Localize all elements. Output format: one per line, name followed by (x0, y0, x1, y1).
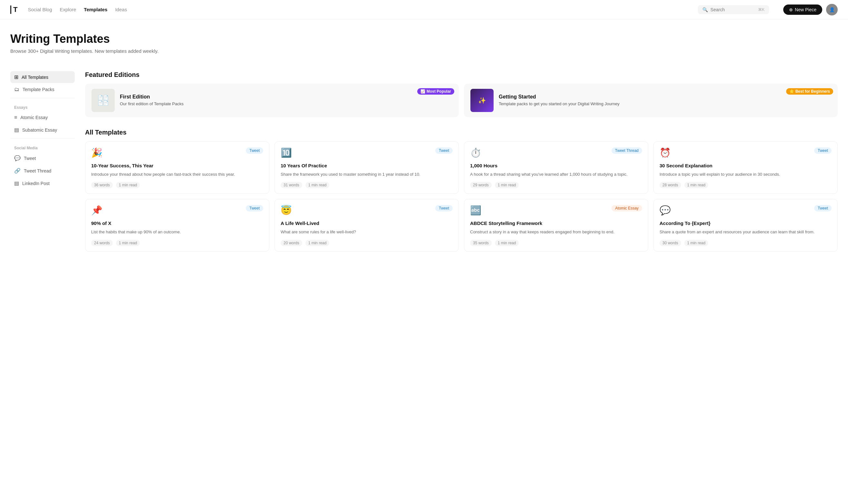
new-piece-button[interactable]: ⊕ New Piece (783, 4, 822, 15)
sidebar-item-all-templates[interactable]: ⊞ All Templates (10, 71, 75, 83)
sidebar-item-atomic-essay[interactable]: ≡ Atomic Essay (10, 112, 75, 123)
linkedin-icon: ▤ (14, 180, 19, 186)
sidebar-label-template-packs: Template Packs (22, 87, 54, 92)
featured-content-1: First Edition Our first edition of Templ… (120, 94, 452, 107)
featured-badge-popular: 📈 Most Popular (417, 88, 454, 95)
sidebar-section-social: Social Media (10, 141, 75, 152)
nav-social-blog[interactable]: Social Blog (28, 7, 52, 12)
template-card-header-2: ⏱️ Tweet Thread (470, 147, 642, 158)
template-desc-2: A hook for a thread sharing what you've … (470, 172, 642, 178)
templates-grid: 🎉 Tweet 10-Year Success, This Year Intro… (85, 141, 838, 252)
featured-desc-1: Our first edition of Template Packs (120, 101, 452, 107)
template-card-4[interactable]: 📌 Tweet 90% of X List the habits that ma… (85, 199, 269, 251)
template-emoji-0: 🎉 (91, 147, 102, 158)
template-card-0[interactable]: 🎉 Tweet 10-Year Success, This Year Intro… (85, 141, 269, 194)
template-meta-7: 30 words 1 min read (659, 240, 832, 246)
template-name-3: 30 Second Explanation (659, 163, 832, 169)
sidebar-item-linkedin[interactable]: ▤ LinkedIn Post (10, 177, 75, 189)
template-read-1: 1 min read (306, 182, 330, 188)
sidebar-divider-1 (10, 98, 75, 98)
template-type-4: Tweet (246, 205, 263, 212)
template-card-5[interactable]: 😇 Tweet A Life Well-Lived What are some … (275, 199, 459, 251)
template-emoji-6: 🔤 (470, 205, 481, 216)
nav-ideas[interactable]: Ideas (115, 7, 127, 12)
template-card-header-6: 🔤 Atomic Essay (470, 205, 642, 216)
search-icon: 🔍 (703, 7, 708, 12)
template-card-1[interactable]: 🔟 Tweet 10 Years Of Practice Share the f… (275, 141, 459, 194)
search-bar[interactable]: 🔍 ⌘K (698, 5, 769, 14)
template-emoji-3: ⏰ (659, 147, 671, 158)
sidebar-item-tweet-thread[interactable]: 🔗 Tweet Thread (10, 165, 75, 177)
featured-card-first-edition[interactable]: 📄📄📄📄 First Edition Our first edition of … (85, 84, 459, 117)
avatar[interactable]: 👤 (826, 4, 838, 15)
template-type-5: Tweet (435, 205, 453, 212)
sidebar-item-subatomic-essay[interactable]: ▤ Subatomic Essay (10, 124, 75, 136)
template-card-header-1: 🔟 Tweet (281, 147, 453, 158)
trending-icon: 📈 (420, 89, 425, 94)
template-read-0: 1 min read (116, 182, 140, 188)
template-card-3[interactable]: ⏰ Tweet 30 Second Explanation Introduce … (653, 141, 838, 194)
template-read-3: 1 min read (684, 182, 709, 188)
grid-icon: ⊞ (14, 74, 18, 80)
template-read-7: 1 min read (684, 240, 709, 246)
sidebar-item-template-packs[interactable]: 🗂 Template Packs (10, 84, 75, 95)
page-title: Writing Templates (10, 32, 838, 46)
logo[interactable]: T (10, 5, 17, 14)
template-desc-4: List the habits that make up 90% of an o… (91, 229, 263, 235)
sidebar: ⊞ All Templates 🗂 Template Packs Essays … (10, 64, 75, 259)
template-type-7: Tweet (814, 205, 832, 212)
featured-name-2: Getting Started (499, 94, 831, 100)
template-words-2: 29 words (470, 182, 492, 188)
sidebar-item-tweet[interactable]: 💬 Tweet (10, 152, 75, 164)
template-desc-7: Share a quote from an expert and resourc… (659, 229, 832, 235)
page-subtitle: Browse 300+ Digital Writing templates. N… (10, 48, 838, 54)
template-name-1: 10 Years Of Practice (281, 163, 453, 169)
template-card-2[interactable]: ⏱️ Tweet Thread 1,000 Hours A hook for a… (464, 141, 648, 194)
template-type-0: Tweet (246, 147, 263, 154)
tweet-icon: 💬 (14, 155, 21, 161)
doc-icon: ≡ (14, 114, 17, 120)
template-words-6: 35 words (470, 240, 492, 246)
nav-templates[interactable]: Templates (84, 7, 107, 12)
featured-content-2: Getting Started Template packs to get yo… (499, 94, 831, 107)
template-name-7: According To {Expert} (659, 220, 832, 227)
template-card-header-0: 🎉 Tweet (91, 147, 263, 158)
template-read-5: 1 min read (306, 240, 330, 246)
featured-name-1: First Edition (120, 94, 452, 100)
template-card-header-5: 😇 Tweet (281, 205, 453, 216)
template-name-4: 90% of X (91, 220, 263, 227)
template-words-1: 31 words (281, 182, 302, 188)
template-meta-2: 29 words 1 min read (470, 182, 642, 188)
star-icon: ⭐ (789, 89, 794, 94)
template-type-2: Tweet Thread (611, 147, 642, 154)
template-type-1: Tweet (435, 147, 453, 154)
page-body: ⊞ All Templates 🗂 Template Packs Essays … (0, 64, 848, 259)
template-read-2: 1 min read (495, 182, 519, 188)
template-desc-1: Share the framework you used to master s… (281, 172, 453, 178)
template-emoji-7: 💬 (659, 205, 671, 216)
template-words-5: 20 words (281, 240, 302, 246)
nav-explore[interactable]: Explore (60, 7, 76, 12)
template-card-header-4: 📌 Tweet (91, 205, 263, 216)
template-meta-5: 20 words 1 min read (281, 240, 453, 246)
template-card-7[interactable]: 💬 Tweet According To {Expert} Share a qu… (653, 199, 838, 251)
main-content: Featured Editions 📄📄📄📄 First Edition Our… (75, 64, 838, 259)
template-name-6: ABDCE Storytelling Framework (470, 220, 642, 227)
template-meta-0: 36 words 1 min read (91, 182, 263, 188)
template-card-header-7: 💬 Tweet (659, 205, 832, 216)
template-emoji-2: ⏱️ (470, 147, 481, 158)
template-card-6[interactable]: 🔤 Atomic Essay ABDCE Storytelling Framew… (464, 199, 648, 251)
template-words-4: 24 words (91, 240, 113, 246)
sidebar-label-all-templates: All Templates (22, 75, 48, 80)
template-meta-6: 35 words 1 min read (470, 240, 642, 246)
featured-card-getting-started[interactable]: ✨ Getting Started Template packs to get … (464, 84, 838, 117)
pack-icon: 🗂 (14, 87, 19, 92)
template-name-0: 10-Year Success, This Year (91, 163, 263, 169)
search-input[interactable] (710, 7, 756, 12)
template-meta-1: 31 words 1 min read (281, 182, 453, 188)
template-type-6: Atomic Essay (611, 205, 642, 212)
template-emoji-4: 📌 (91, 205, 102, 216)
featured-editions-grid: 📄📄📄📄 First Edition Our first edition of … (85, 84, 838, 117)
sidebar-section-essays: Essays (10, 101, 75, 112)
sidebar-divider-2 (10, 138, 75, 139)
